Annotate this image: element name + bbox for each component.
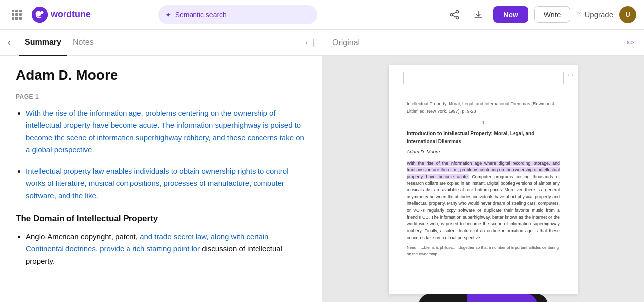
bullet-2-highlight: Intellectual property law enables indivi… [26,167,288,200]
share-icon [450,10,459,20]
page-label: PAGE 1 [16,93,306,100]
heart-icon: ♡ [576,11,582,19]
tab-notes[interactable]: Notes [67,30,100,56]
doc-body-rest: Computer programs costing thousands of r… [407,174,560,240]
sync-bar-wrapper: 1 / 15 Sync Summary [332,294,634,302]
semantic-search-bar[interactable]: ✦ Semantic search [158,5,317,24]
share-button[interactable] [446,6,463,24]
original-label: Original [332,38,360,47]
svg-line-7 [452,15,456,17]
apps-grid-button[interactable] [8,6,26,24]
user-avatar[interactable]: U [619,6,636,23]
bullet-3: Anglo-American copyright, patent, and tr… [26,231,306,267]
svg-point-4 [450,13,452,16]
top-nav: wordtune ✦ Semantic search New Write [0,0,644,30]
bullet-2-text: Intellectual property law enables indivi… [26,167,288,200]
svg-point-1 [36,11,41,16]
search-label: Semantic search [175,11,227,19]
bullet-3-text-start: Anglo-American copyright, patent, [26,232,140,241]
bullet-1-text: With the rise of the information age, pr… [26,109,304,154]
tab-summary[interactable]: Summary [19,30,67,56]
upgrade-button[interactable]: ♡ Upgrade [576,10,613,19]
right-panel: Original ✏ / 9 Intellectual Property: Mo… [322,30,644,302]
bullet-2: Intellectual property law enables indivi… [26,165,306,202]
panel-tabs: ‹ Summary Notes ←| [0,30,322,56]
grid-icon [12,10,22,20]
document-title: Adam D. Moore [16,67,306,83]
nav-left: wordtune [8,6,91,24]
left-panel: ‹ Summary Notes ←| Adam D. Moore PAGE 1 … [0,30,322,302]
write-button[interactable]: Write [534,6,571,23]
document-page: / 9 Intellectual Property: Moral, Legal,… [389,65,578,294]
logo[interactable]: wordtune [32,7,91,23]
doc-header-reference: Intellectual Property: Moral, Legal, and… [407,100,560,115]
doc-author: Adam D. Moore [407,148,560,155]
doc-footer: Need... ...blems is philoso... ...togeth… [407,245,560,258]
summary-bullets: With the rise of the information age, pr… [16,107,306,202]
nav-right: New Write ♡ Upgrade U [446,6,636,24]
bullet-1-highlight: With the rise of the information age, pr… [26,109,304,154]
page-top-marker-left [403,72,404,84]
svg-line-6 [452,12,456,14]
sync-page-display: 1 / 15 [429,301,468,302]
doc-viewer-wrapper: / 9 Intellectual Property: Moral, Legal,… [332,65,634,292]
right-panel-header: Original ✏ [322,30,644,56]
download-icon [473,10,483,20]
svg-point-2 [41,11,44,14]
download-button[interactable] [469,6,487,24]
document-viewer[interactable]: / 9 Intellectual Property: Moral, Legal,… [322,56,644,302]
main-content: ‹ Summary Notes ←| Adam D. Moore PAGE 1 … [0,30,644,302]
upgrade-label: Upgrade [584,10,613,19]
doc-intro-heading: Introduction to Intellectual Property: M… [407,130,560,146]
new-button[interactable]: New [493,6,528,23]
doc-page-number: 1 [407,120,560,126]
page-top-marker-right [563,72,564,84]
bullet-1: With the rise of the information age, pr… [26,107,306,156]
doc-body: With the rise of the information age whe… [407,160,560,242]
summary-content: Adam D. Moore PAGE 1 With the rise of th… [0,56,322,302]
sync-bar: 1 / 15 Sync Summary [419,294,548,302]
edit-icon[interactable]: ✏ [627,37,634,48]
svg-point-5 [456,16,458,19]
wordtune-logo-icon [32,6,48,23]
logo-text: wordtune [51,9,91,20]
summary-bullets-2: Anglo-American copyright, patent, and tr… [16,231,306,267]
page-fraction: / 9 [568,72,573,79]
sync-summary-button[interactable]: Sync Summary [467,294,537,302]
search-sparkle-icon: ✦ [165,11,171,19]
back-button[interactable]: ‹ [8,37,11,48]
collapse-panel-button[interactable]: ←| [304,38,314,47]
section-heading: The Domain of Intellectual Property [16,214,306,224]
svg-point-3 [456,10,458,13]
logo-circle-icon [32,7,48,23]
